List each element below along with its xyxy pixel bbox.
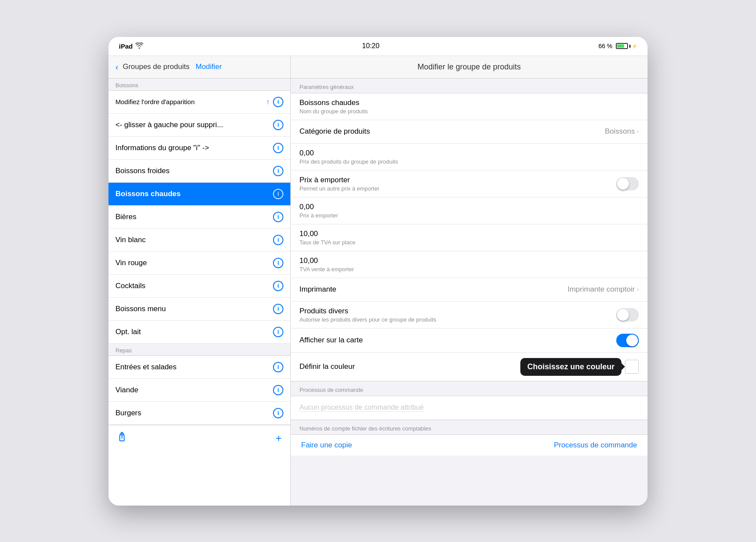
row-no-process: Aucun processus de commande attribué [291,396,648,420]
info-icon-swipe[interactable]: i [273,120,283,130]
sidebar-item-swipe[interactable]: <- glisser à gauche pour suppri... i [108,114,290,137]
sidebar-footer: + [108,425,290,451]
sidebar-item-order[interactable]: Modifiez l'ordre d'apparition ↑ i [108,91,290,114]
detail-panel: Paramètres généraux Boissons chaudes Nom… [291,79,648,506]
price-value: 0,00 [299,149,398,158]
copy-button[interactable]: Faire une copie [301,441,352,450]
time-display: 10:20 [362,42,379,50]
show-map-title: Afficher sur la carte [299,336,363,345]
settings-group-main: Boissons chaudes Nom du groupe de produi… [291,93,648,381]
sidebar-item-cocktails[interactable]: Cocktails i [108,275,290,298]
sidebar-item-salads[interactable]: Entrées et salades i [108,356,290,379]
redwine-label: Vin rouge [115,259,147,267]
settings-group-process: Aucun processus de commande attribué [291,396,648,420]
color-title: Définir la couleur [299,362,355,371]
wifi-icon [135,43,143,50]
info-icon-menudrinks[interactable]: i [273,304,283,314]
info-icon-salads[interactable]: i [273,362,283,372]
sidebar-item-redwine[interactable]: Vin rouge i [108,252,290,275]
tva-takeaway-value: 10,00 [299,256,354,265]
sidebar-item-beers[interactable]: Bières i [108,206,290,229]
takeaway-toggle[interactable] [616,177,639,191]
milk-label: Opt. lait [115,328,141,336]
sidebar-item-whitewine[interactable]: Vin blanc i [108,229,290,252]
misc-toggle-knob [617,309,629,321]
category-chevron: › [637,128,639,135]
whitewine-label: Vin blanc [115,236,146,244]
price-left: 0,00 Prix des produits du groupe de prod… [299,149,398,165]
modifier-button[interactable]: Modifier [196,62,222,71]
nav-right-section: Modifier le groupe de produits [291,62,648,72]
show-map-toggle[interactable] [616,334,639,347]
status-bar: iPad 10:20 66 % ⚡ [108,37,648,56]
price-subtitle: Prix des produits du groupe de produits [299,158,398,165]
info-icon-burgers[interactable]: i [273,408,283,418]
takeaway-price-subtitle: Prix à emporter [299,212,338,219]
takeaway-price-value: 0,00 [299,203,338,211]
category-title: Catégorie de produits [299,127,370,136]
tva-takeaway-left: 10,00 TVA vente à emporter [299,256,354,273]
row-takeaway[interactable]: Prix à emporter Permet un autre prix à e… [291,171,648,197]
color-picker-box[interactable] [625,360,639,374]
up-arrow-icon: ↑ [266,98,270,106]
sidebar-item-milk[interactable]: Opt. lait i [108,321,290,344]
info-icon-cocktails[interactable]: i [273,281,283,291]
add-button[interactable]: + [276,432,282,444]
battery-indicator: ⚡ [616,43,637,49]
status-right: 66 % ⚡ [598,43,637,49]
main-content: Boissons Modifiez l'ordre d'apparition ↑… [108,79,648,506]
sidebar-item-hot[interactable]: Boissons chaudes i [108,183,290,206]
sidebar-item-menudrinks[interactable]: Boissons menu i [108,298,290,321]
info-icon-cold[interactable]: i [273,166,283,176]
sidebar-item-burgers[interactable]: Burgers i [108,402,290,425]
battery-percent: 66 % [598,43,612,49]
category-value-text: Boissons [605,127,635,136]
row-printer[interactable]: Imprimante Imprimante comptoir › [291,278,648,302]
row-misc[interactable]: Produits divers Autorise les produits di… [291,302,648,328]
misc-left: Produits divers Autorise les produits di… [299,307,436,323]
salads-label: Entrées et salades [115,363,177,371]
sidebar-item-meat[interactable]: Viande i [108,379,290,402]
tva-place-subtitle: Taux de TVA sur place [299,239,355,246]
info-icon-order[interactable]: i [273,97,283,107]
process-button[interactable]: Processus de commande [554,441,637,450]
info-icon-whitewine[interactable]: i [273,235,283,245]
misc-title: Produits divers [299,307,436,315]
row-category[interactable]: Catégorie de produits Boissons › [291,120,648,144]
info-icon-beers[interactable]: i [273,212,283,222]
row-show-map[interactable]: Afficher sur la carte [291,328,648,353]
group-name-left: Boissons chaudes Nom du groupe de produi… [299,99,368,115]
info-label: Informations du groupe "i" -> [115,144,209,152]
sidebar-item-info[interactable]: Informations du groupe "i" -> i [108,137,290,160]
info-icon-meat[interactable]: i [273,385,283,395]
info-icon-redwine[interactable]: i [273,258,283,268]
tva-place-value: 10,00 [299,230,355,238]
takeaway-title: Prix à emporter [299,176,379,184]
menudrinks-label: Boissons menu [115,305,166,313]
group-name-title: Boissons chaudes [299,99,368,107]
info-icon-info[interactable]: i [273,143,283,153]
info-icon-hot[interactable]: i [273,189,283,199]
row-color[interactable]: Définir la couleur Choisissez une couleu… [291,353,648,381]
status-left: iPad [119,43,143,50]
nav-title-right: Modifier le groupe de produits [417,62,521,72]
cocktails-label: Cocktails [115,282,145,290]
printer-chevron: › [637,286,639,293]
detail-footer: Faire une copie Processus de commande [291,434,648,456]
sidebar-item-cold[interactable]: Boissons froides i [108,160,290,183]
order-right: ↑ i [266,97,283,107]
section-header-comptable: Numéros de compte fichier des écritures … [291,420,648,434]
row-group-name: Boissons chaudes Nom du groupe de produi… [291,93,648,120]
row-tva-takeaway: 10,00 TVA vente à emporter [291,251,648,278]
row-takeaway-price: 0,00 Prix à emporter [291,197,648,224]
tva-takeaway-subtitle: TVA vente à emporter [299,266,354,273]
row-price: 0,00 Prix des produits du groupe de prod… [291,144,648,171]
order-label: Modifiez l'ordre d'apparition [115,98,195,105]
sidebar-section-boissons: Boissons [108,79,290,91]
share-button[interactable] [117,431,127,445]
info-icon-milk[interactable]: i [273,327,283,337]
back-button[interactable]: ‹ [115,62,118,71]
misc-subtitle: Autorise les produits divers pour ce gro… [299,316,436,323]
color-tooltip: Choisissez une couleur [520,358,621,376]
misc-toggle[interactable] [616,308,639,322]
